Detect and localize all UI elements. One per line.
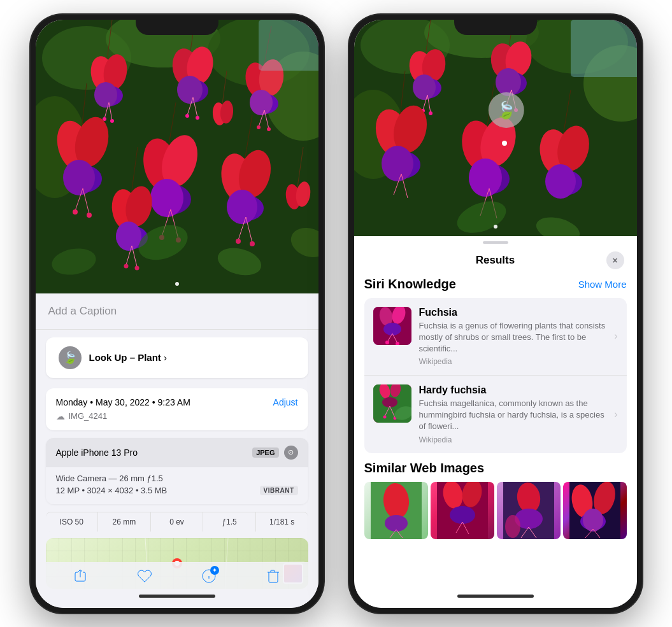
- caption-field[interactable]: Add a Caption: [36, 293, 318, 330]
- svg-point-124: [469, 159, 502, 197]
- location-icon: ⊙: [284, 446, 298, 460]
- bottom-toolbar: ✦: [36, 562, 318, 590]
- phone-notch: [136, 15, 218, 35]
- svg-point-108: [496, 68, 521, 96]
- results-sheet: Results × Siri Knowledge Show More: [354, 236, 637, 608]
- svg-rect-75: [259, 20, 318, 71]
- filename: IMG_4241: [69, 411, 108, 421]
- similar-thumb-3[interactable]: [497, 482, 561, 539]
- adjust-button[interactable]: Adjust: [273, 397, 298, 407]
- info-area: Add a Caption 🍃 Look Up – Plant › Monday…: [36, 293, 318, 608]
- exif-ev: 0 ev: [151, 512, 204, 532]
- siri-knowledge-header: Siri Knowledge Show More: [364, 274, 627, 292]
- svg-point-148: [383, 416, 386, 419]
- fuchsia-name: Fuchsia: [419, 307, 607, 318]
- photo-date: Monday • May 30, 2022 • 9:23 AM: [56, 397, 190, 407]
- svg-point-64: [116, 222, 141, 251]
- svg-point-41: [87, 213, 92, 218]
- svg-point-159: [450, 506, 475, 524]
- phone-screen: Add a Caption 🍃 Look Up – Plant › Monday…: [36, 20, 318, 608]
- knowledge-item-hardy[interactable]: Hardy fuchsia Fuchsia magellanica, commo…: [364, 376, 627, 453]
- svg-point-68: [134, 265, 139, 270]
- exif-row: ISO 50 26 mm 0 ev ƒ1.5 1/181 s: [46, 512, 308, 532]
- phone-2: 🍃 Results × Siri Knowledge Show More: [349, 15, 642, 613]
- camera-details: Wide Camera — 26 mm ƒ1.5 12 MP • 3024 × …: [46, 467, 308, 504]
- photo-area: [36, 20, 318, 293]
- leaf-icon: 🍃: [59, 346, 82, 369]
- phone-1: Add a Caption 🍃 Look Up – Plant › Monday…: [31, 15, 324, 613]
- fuchsia-chevron: ›: [614, 330, 617, 342]
- svg-point-46: [150, 179, 183, 217]
- svg-point-167: [505, 515, 520, 538]
- knowledge-item-fuchsia[interactable]: Fuchsia Fuchsia is a genus of flowering …: [364, 298, 627, 376]
- svg-point-99: [413, 74, 436, 100]
- siri-knowledge-title: Siri Knowledge: [364, 277, 456, 292]
- device-section: Apple iPhone 13 Pro JPEG ⊙ Wide Camera —…: [46, 438, 308, 504]
- hardy-chevron: ›: [614, 409, 617, 420]
- resolution-row: 12 MP • 3024 × 4032 • 3.5 MB VIBRANT: [56, 486, 298, 495]
- svg-point-10: [94, 82, 117, 108]
- svg-point-117: [382, 146, 413, 181]
- hardy-text: Hardy fuchsia Fuchsia magellanica, commo…: [419, 384, 607, 444]
- similar-section: Similar Web Images: [364, 461, 627, 539]
- svg-point-31: [257, 125, 261, 129]
- home-indicator-2: [457, 595, 534, 598]
- show-more-button[interactable]: Show More: [578, 279, 627, 290]
- similar-thumb-4[interactable]: [563, 482, 627, 539]
- knowledge-card: Fuchsia Fuchsia is a genus of flowering …: [364, 298, 627, 453]
- svg-point-58: [236, 239, 241, 244]
- info-badge: ✦: [210, 566, 219, 575]
- info-button[interactable]: ✦: [195, 562, 223, 590]
- delete-button[interactable]: [259, 562, 287, 590]
- results-header: Results ×: [354, 244, 637, 274]
- photo-area-2: 🍃: [354, 20, 637, 236]
- exif-aperture: ƒ1.5: [203, 512, 256, 532]
- share-button[interactable]: [66, 562, 94, 590]
- svg-point-19: [177, 76, 203, 104]
- resolution: 12 MP • 3024 × 4032 • 3.5 MB: [56, 486, 168, 495]
- svg-point-103: [429, 111, 433, 115]
- results-title: Results: [385, 254, 606, 267]
- caption-placeholder: Add a Caption: [48, 305, 117, 317]
- svg-point-28: [250, 90, 273, 115]
- device-name: Apple iPhone 13 Pro: [56, 447, 138, 458]
- svg-point-14: [110, 119, 114, 123]
- format-badge: JPEG: [252, 447, 278, 458]
- leaf-lookup-icon: 🍃: [496, 101, 516, 120]
- hardy-desc: Fuchsia magellanica, commonly known as t…: [419, 398, 607, 433]
- svg-point-140: [385, 341, 389, 344]
- meta-row: Monday • May 30, 2022 • 9:23 AM Adjust: [56, 397, 298, 407]
- similar-images: [364, 482, 627, 539]
- svg-point-32: [267, 127, 271, 131]
- device-badges: JPEG ⊙: [252, 446, 297, 460]
- exif-iso: ISO 50: [46, 512, 99, 532]
- svg-point-37: [63, 160, 95, 195]
- results-content: Siri Knowledge Show More: [354, 274, 637, 608]
- similar-thumb-2[interactable]: [431, 482, 494, 539]
- phone-screen-2: 🍃 Results × Siri Knowledge Show More: [354, 20, 637, 608]
- svg-rect-94: [571, 20, 637, 77]
- vibrant-badge: VIBRANT: [260, 486, 298, 495]
- svg-point-22: [185, 114, 189, 118]
- svg-point-172: [583, 509, 603, 532]
- hardy-thumbnail: [373, 384, 411, 423]
- exif-focal: 26 mm: [98, 512, 151, 532]
- phone-notch-2: [454, 15, 537, 35]
- fuchsia-source: Wikipedia: [419, 357, 607, 366]
- device-header: Apple iPhone 13 Pro JPEG ⊙: [46, 438, 308, 467]
- similar-thumb-1[interactable]: [364, 482, 428, 539]
- home-indicator: [139, 595, 215, 598]
- hardy-name: Hardy fuchsia: [419, 384, 607, 396]
- svg-point-23: [196, 116, 199, 120]
- svg-point-55: [227, 190, 257, 224]
- svg-point-153: [385, 515, 408, 532]
- close-button[interactable]: ×: [606, 251, 624, 269]
- visual-lookup-button[interactable]: 🍃: [488, 92, 524, 128]
- cloud-icon: ☁: [56, 411, 65, 421]
- heart-button[interactable]: [131, 562, 159, 590]
- fuchsia-thumbnail: [373, 307, 411, 345]
- visual-lookup-dot: [502, 141, 507, 146]
- fuchsia-text: Fuchsia Fuchsia is a genus of flowering …: [419, 307, 607, 367]
- lookup-row[interactable]: 🍃 Look Up – Plant ›: [46, 337, 308, 378]
- camera-type: Wide Camera — 26 mm ƒ1.5: [56, 474, 163, 483]
